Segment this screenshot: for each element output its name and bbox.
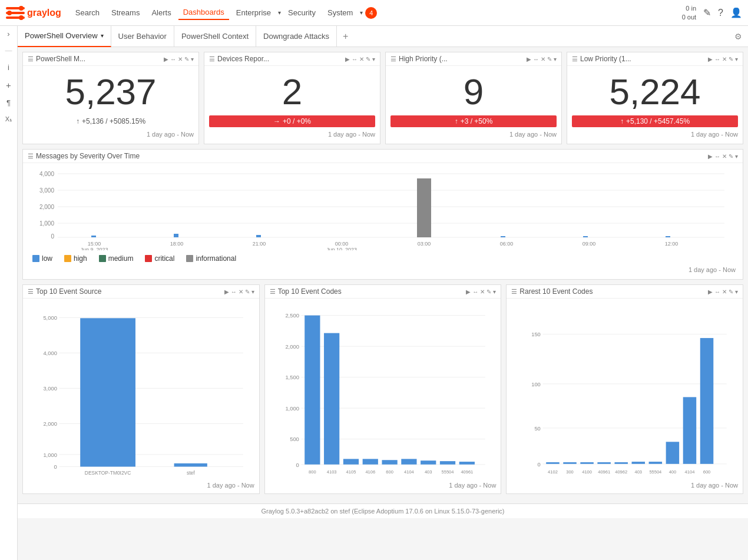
sidebar-subscript-icon[interactable]: X₁: [5, 115, 12, 123]
svg-text:1,000: 1,000: [43, 452, 57, 458]
widget-play-icon[interactable]: ▶: [164, 56, 168, 62]
event-codes-chevron[interactable]: ▾: [493, 289, 496, 295]
logo[interactable]: graylog: [6, 5, 61, 21]
left-sidebar: › — i + ¶ X₁: [0, 26, 18, 560]
svg-text:03:00: 03:00: [418, 241, 431, 247]
tab-add-button[interactable]: +: [337, 31, 354, 42]
widget-expand-icon[interactable]: ↔: [170, 56, 176, 62]
svg-rect-32: [666, 236, 670, 237]
event-source-edit[interactable]: ✎: [245, 289, 250, 295]
sidebar-collapse-icon[interactable]: ›: [7, 29, 9, 38]
svg-rect-64: [362, 459, 378, 465]
nav-alerts[interactable]: Alerts: [147, 6, 176, 19]
tab-downgrade-attacks[interactable]: Downgrade Attacks: [256, 26, 337, 47]
widget-close-icon-3[interactable]: ✕: [541, 56, 545, 62]
tab-powershell-context[interactable]: PowerShell Context: [174, 26, 256, 47]
rarest-codes-close[interactable]: ✕: [722, 289, 727, 295]
svg-rect-87: [547, 462, 560, 464]
event-codes-play[interactable]: ▶: [466, 289, 471, 295]
nav-streams[interactable]: Streams: [107, 6, 144, 19]
widget-chevron-icon-3[interactable]: ▾: [554, 56, 557, 62]
sidebar-add-icon[interactable]: +: [6, 80, 11, 90]
notification-badge[interactable]: 4: [365, 7, 377, 19]
tab-settings-icon[interactable]: ⚙: [729, 32, 748, 41]
widget-chevron-icon-4[interactable]: ▾: [735, 56, 738, 62]
svg-text:500: 500: [290, 437, 299, 443]
powershell-m-timerange: 1 day ago - Now: [28, 131, 194, 138]
user-icon[interactable]: 👤: [730, 7, 742, 18]
event-source-chart: 5,000 4,000 3,000 2,000 1,000 0: [28, 303, 254, 480]
event-codes-edit[interactable]: ✎: [486, 289, 491, 295]
svg-text:403: 403: [425, 469, 432, 475]
severity-expand-icon[interactable]: ↔: [714, 153, 720, 160]
rarest-codes-play[interactable]: ▶: [708, 289, 713, 295]
severity-chevron-icon[interactable]: ▾: [735, 153, 738, 160]
svg-text:Jun 9, 2023: Jun 9, 2023: [80, 247, 108, 250]
widget-low-priority: ☰ Low Priority (1... ▶ ↔ ✕ ✎ ▾ 5,224 ↑ +…: [567, 52, 743, 144]
svg-text:1,500: 1,500: [285, 375, 299, 381]
widget-close-icon-4[interactable]: ✕: [722, 56, 727, 62]
svg-rect-94: [666, 442, 680, 465]
rarest-codes-expand[interactable]: ↔: [714, 289, 720, 295]
rarest-codes-chevron[interactable]: ▾: [735, 289, 738, 295]
severity-close-icon[interactable]: ✕: [722, 153, 727, 160]
widget-play-icon-3[interactable]: ▶: [527, 56, 531, 62]
widget-top-event-source: ☰ Top 10 Event Source ▶ ↔ ✕ ✎ ▾ 5,000 4,…: [22, 284, 260, 494]
widget-edit-icon-4[interactable]: ✎: [729, 56, 733, 62]
rarest-codes-chart: 150 100 50 0: [511, 303, 738, 480]
event-codes-close[interactable]: ✕: [480, 289, 485, 295]
widget-expand-icon-2[interactable]: ↔: [352, 56, 358, 62]
svg-rect-61: [305, 316, 320, 465]
svg-text:55504: 55504: [650, 469, 662, 475]
rarest-codes-edit[interactable]: ✎: [729, 289, 733, 295]
event-source-play[interactable]: ▶: [224, 289, 229, 295]
nav-dashboards[interactable]: Dashboards: [178, 5, 229, 20]
widget-close-icon[interactable]: ✕: [178, 56, 183, 62]
event-source-close[interactable]: ✕: [239, 289, 243, 295]
severity-edit-icon[interactable]: ✎: [729, 153, 733, 160]
widget-powershell-m-title: PowerShell M...: [36, 55, 164, 63]
logo-text: graylog: [27, 8, 61, 18]
nav-search[interactable]: Search: [71, 6, 104, 19]
nav-enterprise[interactable]: Enterprise: [231, 6, 276, 19]
widget-chevron-icon[interactable]: ▾: [191, 56, 194, 62]
svg-rect-45: [80, 319, 135, 467]
nav-security[interactable]: Security: [283, 6, 320, 19]
severity-legend: low high medium critical: [28, 252, 738, 265]
widget-edit-icon-2[interactable]: ✎: [366, 56, 370, 62]
svg-text:300: 300: [567, 469, 574, 475]
sidebar-paragraph-icon[interactable]: ¶: [6, 98, 11, 107]
widget-devices-title: Devices Repor...: [217, 55, 345, 63]
tab-powershell-overview[interactable]: PowerShell Overview ▾: [18, 26, 111, 47]
svg-rect-26: [91, 236, 96, 237]
severity-play-icon[interactable]: ▶: [708, 153, 713, 160]
widget-play-icon-2[interactable]: ▶: [345, 56, 350, 62]
widget-edit-icon[interactable]: ✎: [184, 56, 189, 62]
help-icon[interactable]: ?: [718, 8, 723, 18]
svg-text:0: 0: [296, 462, 299, 468]
nav-system[interactable]: System: [323, 6, 358, 19]
low-priority-trend: ↑ +5,130 / +5457.45%: [572, 115, 738, 127]
widget-row-3: ☰ Top 10 Event Source ▶ ↔ ✕ ✎ ▾ 5,000 4,…: [22, 284, 743, 494]
tab-user-behavior[interactable]: User Behavior: [111, 26, 174, 47]
widget-close-icon-2[interactable]: ✕: [359, 56, 364, 62]
svg-text:2,000: 2,000: [43, 421, 57, 427]
svg-text:21:00: 21:00: [253, 241, 266, 247]
low-priority-timerange: 1 day ago - Now: [572, 131, 738, 138]
event-source-expand[interactable]: ↔: [231, 289, 237, 295]
svg-text:Jun 10, 2023: Jun 10, 2023: [326, 247, 357, 250]
svg-rect-65: [382, 460, 397, 465]
event-source-chevron[interactable]: ▾: [251, 289, 254, 295]
edit-icon[interactable]: ✎: [703, 7, 711, 18]
legend-medium: medium: [99, 254, 134, 263]
widget-expand-icon-3[interactable]: ↔: [533, 56, 539, 62]
widget-expand-icon-4[interactable]: ↔: [714, 56, 720, 62]
event-codes-expand[interactable]: ↔: [472, 289, 478, 295]
widget-play-icon-4[interactable]: ▶: [708, 56, 713, 62]
widget-edit-icon-3[interactable]: ✎: [547, 56, 552, 62]
widget-chevron-icon-2[interactable]: ▾: [372, 56, 375, 62]
event-codes-chart: 2,500 2,000 1,500 1,000 500 0: [270, 303, 497, 480]
svg-text:15:00: 15:00: [88, 241, 101, 247]
svg-text:4105: 4105: [346, 469, 356, 475]
sidebar-info-icon[interactable]: i: [8, 63, 9, 72]
